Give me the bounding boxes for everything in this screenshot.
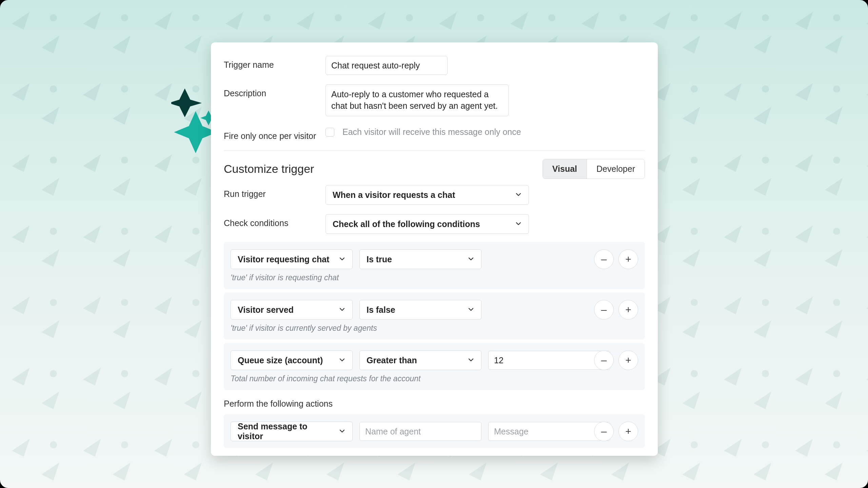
add-condition-button[interactable]: + — [618, 249, 638, 269]
condition-helper: Total number of incoming chat requests f… — [231, 374, 638, 383]
add-condition-button[interactable]: + — [618, 300, 638, 320]
view-mode-toggle: Visual Developer — [542, 159, 645, 179]
remove-condition-button[interactable]: – — [594, 249, 614, 269]
condition-block: Visitor requesting chat Is true 'true' i… — [224, 242, 645, 289]
chevron-down-icon — [468, 355, 474, 365]
section-title: Customize trigger — [224, 162, 314, 176]
chevron-down-icon — [339, 305, 346, 315]
run-trigger-select[interactable]: When a visitor requests a chat — [326, 185, 529, 205]
perform-actions-label: Perform the following actions — [211, 390, 658, 411]
remove-condition-button[interactable]: – — [594, 350, 614, 370]
description-label: Description — [224, 84, 326, 98]
description-textarea[interactable] — [326, 84, 509, 116]
condition-field-select[interactable]: Visitor requesting chat — [231, 249, 353, 269]
condition-helper: 'true' if visitor is requesting chat — [231, 273, 638, 282]
run-trigger-row: Run trigger When a visitor requests a ch… — [211, 180, 658, 209]
fire-once-label: Fire only once per visitor — [224, 127, 326, 141]
check-conditions-label: Check conditions — [224, 214, 326, 228]
condition-value-input[interactable] — [488, 351, 610, 370]
condition-field-select[interactable]: Queue size (account) — [231, 350, 353, 370]
trigger-name-label: Trigger name — [224, 56, 326, 70]
chevron-down-icon — [339, 255, 346, 264]
check-conditions-select[interactable]: Check all of the following conditions — [326, 214, 529, 234]
remove-action-button[interactable]: – — [594, 422, 614, 441]
condition-field-select[interactable]: Visitor served — [231, 300, 353, 320]
chevron-down-icon — [515, 190, 522, 200]
toggle-visual[interactable]: Visual — [543, 159, 587, 179]
add-action-button[interactable]: + — [618, 422, 638, 441]
add-condition-button[interactable]: + — [618, 350, 638, 370]
run-trigger-label: Run trigger — [224, 185, 326, 199]
chevron-down-icon — [339, 427, 346, 436]
fire-once-hint: Each visitor will receive this message o… — [342, 127, 521, 137]
chevron-down-icon — [515, 219, 522, 229]
chevron-down-icon — [468, 305, 474, 315]
condition-operator-select[interactable]: Greater than — [359, 350, 481, 370]
trigger-editor-card: Trigger name Description Fire only once … — [211, 42, 658, 456]
condition-operator-select[interactable]: Is true — [359, 249, 481, 269]
check-conditions-row: Check conditions Check all of the follow… — [211, 209, 658, 239]
trigger-name-input[interactable] — [326, 56, 448, 75]
agent-name-input[interactable] — [359, 422, 481, 441]
remove-condition-button[interactable]: – — [594, 300, 614, 320]
condition-operator-select[interactable]: Is false — [359, 300, 481, 320]
fire-once-row: Fire only once per visitor Each visitor … — [211, 122, 658, 146]
description-row: Description — [211, 80, 658, 122]
fire-once-checkbox[interactable] — [326, 128, 334, 137]
customize-trigger-header: Customize trigger Visual Developer — [211, 152, 658, 180]
message-input[interactable] — [488, 422, 610, 441]
action-block: Send message to visitor – + — [224, 414, 645, 448]
action-select[interactable]: Send message to visitor — [231, 422, 353, 441]
condition-block: Visitor served Is false 'true' if visito… — [224, 292, 645, 340]
condition-block: Queue size (account) Greater than Total … — [224, 343, 645, 390]
chevron-down-icon — [468, 255, 474, 264]
toggle-developer[interactable]: Developer — [587, 159, 645, 179]
condition-helper: 'true' if visitor is currently served by… — [231, 324, 638, 333]
chevron-down-icon — [339, 355, 346, 365]
divider — [224, 150, 645, 151]
trigger-name-row: Trigger name — [211, 51, 658, 80]
